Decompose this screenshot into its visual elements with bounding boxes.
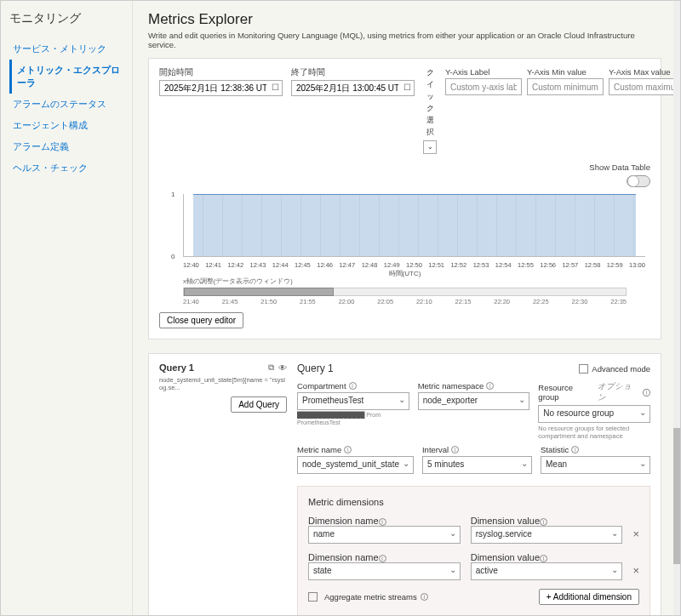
statistic-label: Statistici xyxy=(541,445,650,454)
calendar-icon[interactable]: ☐ xyxy=(403,83,411,92)
scrub-bar[interactable] xyxy=(183,288,627,296)
additional-dimension-button[interactable]: + Additional dimension xyxy=(539,589,639,605)
info-icon[interactable]: i xyxy=(349,382,357,390)
delete-dimension-icon[interactable]: × xyxy=(632,528,639,544)
advanced-mode-label: Advanced mode xyxy=(592,364,650,374)
start-time-input[interactable] xyxy=(159,80,283,96)
sidebar-item-service-metrics[interactable]: サービス・メトリック xyxy=(9,38,125,60)
sidebar-item-metrics-explorer[interactable]: メトリック・エクスプローラ xyxy=(9,60,125,94)
show-table-label: Show Data Table xyxy=(589,163,650,172)
quick-select-dropdown[interactable]: ⌄ xyxy=(423,140,437,154)
chart-xlabel: 時間(UTC) xyxy=(159,269,650,278)
metric-name-select[interactable]: node_systemd_unit_state xyxy=(297,456,414,474)
dimensions-header: Metric dimensions xyxy=(308,497,639,507)
scrub-ticks: 21:40 21:45 21:50 21:55 22:00 22:05 22:1… xyxy=(183,298,627,305)
query-list-item-name[interactable]: Query 1 xyxy=(159,362,264,373)
info-icon[interactable]: i xyxy=(344,446,352,453)
info-icon[interactable]: i xyxy=(571,446,579,453)
dimension-value-label: Dimension valuei xyxy=(471,516,623,526)
info-icon[interactable]: i xyxy=(421,593,428,601)
resource-group-label: Resource group オプションi xyxy=(538,381,650,403)
dimension-value-label: Dimension valuei xyxy=(471,552,623,562)
sidebar-item-alarm-definitions[interactable]: アラーム定義 xyxy=(9,136,125,157)
resource-group-note: No resource groups for selected compartm… xyxy=(538,425,650,440)
namespace-select[interactable]: node_exporter xyxy=(418,392,530,410)
dimension-name-label: Dimension namei xyxy=(308,516,461,526)
page-title: Metrics Explorer xyxy=(148,11,661,28)
info-icon[interactable]: i xyxy=(379,555,386,562)
dimension-name-select[interactable]: state xyxy=(308,562,461,580)
sidebar-item-health-check[interactable]: ヘルス・チェック xyxy=(9,157,125,179)
dimension-value-select[interactable]: rsyslog.service xyxy=(471,526,623,544)
advanced-mode-checkbox[interactable] xyxy=(579,364,588,374)
show-table-toggle[interactable] xyxy=(627,175,650,187)
query-list: Query 1 ⧉ 👁 node_systemd_unit_state[5m]{… xyxy=(159,362,287,615)
info-icon[interactable]: i xyxy=(379,518,386,526)
metrics-chart: 1 0 12:40 12:41 12:42 12:43 12:44 12:45 … xyxy=(159,191,650,276)
metric-name-label: Metric namei xyxy=(297,445,414,454)
namespace-label: Metric namespacei xyxy=(418,381,530,391)
yaxis-label-label: Y-Axis Label xyxy=(445,67,522,77)
query-mql-preview: node_systemd_unit_state[5m]{name = "rsys… xyxy=(159,376,287,391)
dimension-name-select[interactable]: name xyxy=(308,526,461,544)
sidebar-item-alarm-status[interactable]: アラームのステータス xyxy=(9,94,125,115)
dimension-name-label: Dimension namei xyxy=(308,552,461,562)
resource-group-select[interactable]: No resource group xyxy=(538,405,650,423)
aggregate-label: Aggregate metric streams xyxy=(324,592,417,602)
dimension-value-select[interactable]: active xyxy=(471,562,623,580)
info-icon[interactable]: i xyxy=(540,518,547,526)
eye-icon[interactable]: 👁 xyxy=(278,363,287,373)
chart-plot-area[interactable] xyxy=(183,194,645,257)
yaxis-min-label: Y-Axis Min value xyxy=(527,67,604,77)
statistic-select[interactable]: Mean xyxy=(541,456,650,474)
query-name: Query 1 xyxy=(297,362,579,374)
info-icon[interactable]: i xyxy=(451,446,459,453)
calendar-icon[interactable]: ☐ xyxy=(272,83,279,92)
scrub-thumb[interactable] xyxy=(184,288,334,296)
interval-label: Intervali xyxy=(422,445,532,454)
sidebar-item-agent-config[interactable]: エージェント構成 xyxy=(9,115,125,136)
compartment-crumb: ████████████████ Prom xyxy=(297,412,409,418)
add-query-button[interactable]: Add Query xyxy=(231,396,287,413)
yaxis-label-input[interactable] xyxy=(445,78,522,95)
yaxis-max-label: Y-Axis Max value xyxy=(609,67,673,77)
sidebar-title: モニタリング xyxy=(9,11,125,26)
scrollbar-thumb[interactable] xyxy=(673,428,680,564)
compartment-label: Compartmenti xyxy=(297,381,409,391)
chart-ytick-0: 0 xyxy=(171,253,175,260)
compartment-select[interactable]: PrometheusTest xyxy=(297,392,409,410)
dimension-row: Dimension namei state Dimension valuei a… xyxy=(308,552,639,580)
quick-select: クイック選択 ⌄ xyxy=(423,67,437,154)
end-time-input[interactable] xyxy=(291,80,415,96)
info-icon[interactable]: i xyxy=(486,382,494,390)
aggregate-checkbox[interactable] xyxy=(308,592,318,602)
dimension-row: Dimension namei name Dimension valuei rs… xyxy=(308,516,639,544)
chart-xaxis: 12:40 12:41 12:42 12:43 12:44 12:45 12:4… xyxy=(183,261,645,269)
info-icon[interactable]: i xyxy=(643,389,650,396)
close-query-editor-button[interactable]: Close query editor xyxy=(159,312,243,328)
delete-dimension-icon[interactable]: × xyxy=(632,564,639,580)
vertical-scrollbar[interactable] xyxy=(673,1,680,615)
scrub-label: x軸の調整(データ表示のウィンドウ) xyxy=(183,277,650,286)
page-subtitle: Write and edit queries in Monitoring Que… xyxy=(148,31,661,49)
chart-ytick-1: 1 xyxy=(171,191,175,198)
interval-select[interactable]: 5 minutes xyxy=(422,456,532,474)
chart-panel: 開始時間 ☐ 終了時間 ☐ クイック選択 ⌄ xyxy=(148,58,661,339)
chart-series-fill xyxy=(193,194,636,256)
start-time-label: 開始時間 xyxy=(159,67,283,78)
copy-icon[interactable]: ⧉ xyxy=(268,362,274,373)
main-content: Metrics Explorer Write and edit queries … xyxy=(133,1,673,615)
yaxis-max-input[interactable] xyxy=(609,78,673,95)
query-editor-panel: Query 1 ⧉ 👁 node_systemd_unit_state[5m]{… xyxy=(148,353,661,615)
sidebar: モニタリング サービス・メトリック メトリック・エクスプローラ アラームのステー… xyxy=(1,1,133,615)
metric-dimensions-box: Metric dimensions Dimension namei name D… xyxy=(297,486,650,615)
end-time-label: 終了時間 xyxy=(291,67,415,78)
query-form: Query 1 Advanced mode Compartmenti Prome… xyxy=(297,362,650,615)
yaxis-min-input[interactable] xyxy=(527,78,604,95)
info-icon[interactable]: i xyxy=(540,555,547,562)
